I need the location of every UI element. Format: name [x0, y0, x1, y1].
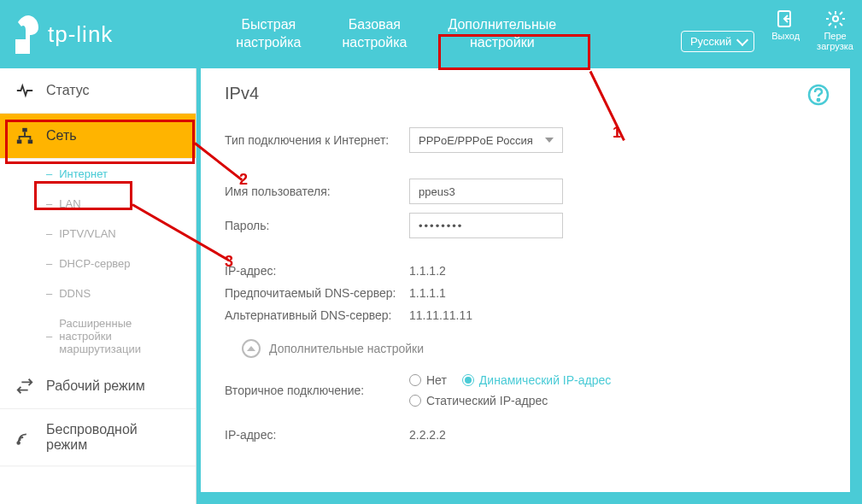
sidebar-item-network[interactable]: Сеть: [0, 114, 196, 159]
page-title: IPv4: [225, 84, 826, 103]
sidebar-status-label: Статус: [46, 83, 90, 98]
radio-secondary-dynamic[interactable]: Динамический IP-адрес: [462, 373, 611, 387]
dns1-label: Предпочитаемый DNS-сервер:: [225, 286, 409, 300]
tab-basic-setup[interactable]: Базовая настройка: [321, 16, 427, 52]
sidebar-sub-routing[interactable]: Расширенные настройки маршрутизации: [0, 308, 196, 364]
svg-point-5: [17, 442, 20, 444]
logout-label: Выход: [771, 31, 800, 41]
main-content: IPv4 Тип подключения к Интернет: PPPoE/P…: [201, 68, 850, 492]
svg-rect-3: [17, 140, 22, 144]
network-icon: [15, 126, 34, 145]
language-value: Русский: [690, 35, 731, 48]
svg-point-1: [833, 16, 838, 21]
help-icon[interactable]: [807, 84, 830, 106]
sidebar-sub-dhcp[interactable]: DHCP-сервер: [0, 249, 196, 278]
brand-name: tp-link: [48, 21, 113, 48]
sidebar-wireless-label: Беспроводной режим: [46, 422, 180, 453]
svg-rect-4: [28, 140, 32, 144]
sidebar-mode-label: Рабочий режим: [46, 378, 145, 394]
sidebar-item-wireless[interactable]: Беспроводной режим: [0, 409, 196, 466]
logout-button[interactable]: Выход: [771, 9, 800, 41]
sidebar-sub-iptv[interactable]: IPTV/VLAN: [0, 219, 196, 249]
radio-secondary-none[interactable]: Нет: [409, 373, 447, 387]
sidebar-sub-lan[interactable]: LAN: [0, 189, 196, 219]
username-label: Имя пользователя:: [225, 185, 409, 198]
advanced-settings-toggle[interactable]: Дополнительные настройки: [242, 339, 826, 358]
sidebar: Статус Сеть Интернет LAN IPTV/VLAN DHCP-…: [0, 68, 196, 504]
reboot-icon: [825, 9, 846, 29]
expand-icon: [242, 339, 261, 358]
dns2-value: 11.11.11.11: [409, 308, 472, 322]
ip-label: IP-адрес:: [225, 264, 409, 278]
ip2-value: 2.2.2.2: [409, 428, 446, 442]
language-select[interactable]: Русский: [681, 31, 754, 52]
status-icon: [15, 81, 34, 100]
sidebar-sub-internet[interactable]: Интернет: [0, 159, 196, 189]
tab-quick-setup[interactable]: Быстрая настройка: [215, 16, 321, 52]
chevron-down-icon: [545, 138, 554, 143]
brand-logo: tp-link: [15, 15, 113, 54]
sidebar-item-status[interactable]: Статус: [0, 68, 196, 114]
advanced-settings-label: Дополнительные настройки: [269, 342, 424, 355]
sidebar-sub-ddns[interactable]: DDNS: [0, 278, 196, 308]
conn-type-select[interactable]: PPPoE/PPPoE Россия: [409, 127, 563, 153]
conn-type-label: Тип подключения к Интернет:: [225, 133, 409, 147]
svg-rect-2: [22, 128, 27, 132]
reboot-label: Пере загрузка: [817, 31, 853, 51]
password-input[interactable]: ••••••••: [409, 213, 563, 238]
dns1-value: 1.1.1.1: [409, 286, 446, 300]
dns2-label: Альтернативный DNS-сервер:: [225, 308, 409, 322]
conn-type-value: PPPoE/PPPoE Россия: [419, 134, 533, 147]
secondary-label: Вторичное подключение:: [225, 384, 409, 397]
ip-value: 1.1.1.2: [409, 264, 446, 278]
sidebar-item-mode[interactable]: Рабочий режим: [0, 364, 196, 409]
radio-secondary-static[interactable]: Статический IP-адрес: [409, 394, 548, 407]
svg-point-7: [818, 99, 819, 101]
ip2-label: IP-адрес:: [225, 428, 409, 442]
username-input[interactable]: ppeus3: [409, 179, 563, 204]
tplink-logo-icon: [15, 15, 41, 54]
sidebar-network-label: Сеть: [46, 128, 77, 144]
logout-icon: [776, 9, 796, 29]
mode-icon: [15, 377, 34, 396]
reboot-button[interactable]: Пере загрузка: [817, 9, 853, 51]
password-label: Пароль:: [225, 219, 409, 232]
tab-advanced-setup[interactable]: Дополнительные настройки: [427, 16, 577, 52]
wireless-icon: [15, 428, 34, 447]
